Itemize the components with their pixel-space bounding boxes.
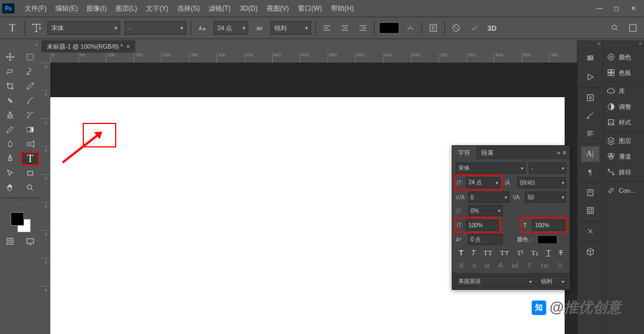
underline-icon[interactable]: T	[546, 249, 551, 257]
crop-tool[interactable]	[1, 79, 19, 93]
collapse-icon[interactable]: »	[1, 41, 40, 50]
swash-icon[interactable]: A	[498, 261, 503, 270]
panel-paths[interactable]: 路径	[603, 164, 644, 180]
char-kerning-field[interactable]: 0	[468, 192, 509, 203]
panel-channels[interactable]: 通道	[603, 149, 644, 164]
character-icon[interactable]: A|	[581, 146, 599, 162]
half-icon[interactable]: ½	[557, 261, 563, 270]
zoom-tool[interactable]	[21, 181, 39, 194]
char-scale-field[interactable]: 0%	[468, 205, 503, 216]
menu-edit[interactable]: 编辑(E)	[51, 4, 82, 13]
smallcaps-icon[interactable]: Tᴛ	[500, 249, 509, 257]
color-picker[interactable]	[11, 212, 31, 232]
healing-tool[interactable]	[1, 94, 19, 107]
text-color-swatch[interactable]	[379, 22, 399, 34]
ligature-icon[interactable]: fi	[460, 261, 464, 270]
brush-settings-icon[interactable]	[581, 108, 599, 123]
properties-icon[interactable]	[581, 90, 599, 106]
font-size-select[interactable]: 24 点	[214, 21, 248, 35]
stamp-tool[interactable]	[1, 108, 19, 122]
align-left-icon[interactable]	[320, 21, 334, 35]
glyphs-icon[interactable]: ¶	[581, 164, 599, 180]
quick-select-tool[interactable]	[21, 65, 39, 78]
bold-icon[interactable]: T	[459, 249, 463, 257]
char-font-select[interactable]: 宋体	[456, 163, 525, 174]
rectangle-tool[interactable]	[21, 166, 39, 180]
play-icon[interactable]	[581, 69, 599, 85]
quickmask-tool[interactable]	[1, 235, 19, 248]
antialias-select[interactable]: 锐利	[271, 21, 311, 35]
menu-file[interactable]: 文件(F)	[20, 4, 51, 13]
menu-filter[interactable]: 滤镜(T)	[204, 4, 235, 13]
panel-styles[interactable]: 样式	[603, 114, 644, 130]
font-style-select[interactable]: -	[125, 21, 186, 35]
char-tracking-field[interactable]: 50	[525, 192, 566, 203]
screenmode-tool[interactable]	[21, 235, 39, 248]
history-brush-tool[interactable]	[21, 108, 39, 122]
menu-layer[interactable]: 图层(L)	[111, 4, 142, 13]
strikethrough-icon[interactable]: T	[558, 249, 563, 257]
eraser-tool[interactable]	[1, 123, 19, 136]
char-style-select[interactable]: -	[529, 163, 566, 174]
warp-text-icon[interactable]	[404, 21, 417, 35]
allcaps-icon[interactable]: TT	[484, 249, 493, 257]
document-tab[interactable]: 未标题-1 @ 100%(RGB/8) * ×	[41, 40, 135, 53]
notes-icon[interactable]	[581, 185, 599, 201]
char-leading-field[interactable]: (自动)	[517, 177, 566, 188]
tab-paragraph[interactable]: 段落	[476, 146, 499, 159]
lasso-tool[interactable]	[1, 65, 19, 78]
superscript-icon[interactable]: T¹	[517, 249, 523, 257]
commit-icon[interactable]	[467, 21, 481, 35]
char-baseline-field[interactable]: 0 点	[468, 234, 503, 245]
paragraph-icon[interactable]	[581, 126, 599, 141]
move-tool[interactable]	[1, 50, 19, 64]
panels-collapse-icon[interactable]: «	[603, 40, 644, 49]
path-select-tool[interactable]	[1, 166, 19, 180]
fractions-icon[interactable]: 1st	[540, 261, 548, 270]
cancel-icon[interactable]	[449, 21, 463, 35]
panel-adjustments[interactable]: 调整	[603, 99, 644, 114]
workspace-icon[interactable]	[626, 21, 640, 35]
menu-select[interactable]: 选择(S)	[173, 4, 204, 13]
panel-color[interactable]: 颜色	[603, 49, 644, 65]
gradient-tool[interactable]	[21, 123, 39, 136]
3d-icon[interactable]: 3D	[485, 21, 499, 35]
info-icon[interactable]	[581, 203, 599, 218]
type-tool[interactable]: T	[21, 152, 39, 165]
titling-icon[interactable]: ad	[512, 261, 518, 270]
menu-window[interactable]: 窗口(W)	[293, 4, 326, 13]
panel-cc[interactable]: Coo...	[603, 183, 644, 198]
tool-preset-icon[interactable]: T	[4, 20, 20, 36]
maximize-icon[interactable]: ◻	[608, 3, 625, 14]
char-hscale-field[interactable]: 100%	[532, 220, 565, 231]
ordinal-icon[interactable]: T	[527, 261, 532, 270]
tools-icon[interactable]	[581, 223, 599, 239]
menu-view[interactable]: 视图(V)	[262, 4, 293, 13]
menu-type[interactable]: 文字(Y)	[141, 4, 173, 13]
marquee-tool[interactable]	[21, 50, 39, 64]
search-icon[interactable]	[608, 21, 622, 35]
char-lang-select[interactable]: 美国英语	[456, 276, 534, 287]
panel-swatches[interactable]: 色板	[603, 65, 644, 80]
menu-3d[interactable]: 3D(D)	[235, 4, 262, 12]
pen-tool[interactable]	[1, 152, 19, 165]
foreground-color[interactable]	[11, 212, 24, 226]
char-size-field[interactable]: 24 点	[466, 177, 500, 188]
history-icon[interactable]	[581, 51, 599, 67]
hand-tool[interactable]	[1, 181, 19, 194]
align-center-icon[interactable]	[338, 21, 352, 35]
dodge-tool[interactable]	[21, 137, 39, 151]
close-icon[interactable]: ✕	[625, 3, 642, 14]
more-tools-icon[interactable]: ⋯	[1, 202, 40, 208]
char-aa-select[interactable]: 锐利	[538, 276, 566, 287]
italic-icon[interactable]: T	[471, 249, 476, 257]
panel-libraries[interactable]: 库	[603, 83, 644, 99]
font-family-select[interactable]: 宋体	[48, 21, 120, 35]
character-panel-icon[interactable]	[427, 21, 440, 35]
3d-panel-icon[interactable]	[581, 244, 599, 260]
panel-layers[interactable]: 图层	[603, 133, 644, 149]
strip-collapse-icon[interactable]: «	[577, 40, 603, 49]
brush-tool[interactable]	[21, 94, 39, 107]
panel-collapse-icon[interactable]: »	[557, 149, 560, 156]
align-right-icon[interactable]	[356, 21, 370, 35]
